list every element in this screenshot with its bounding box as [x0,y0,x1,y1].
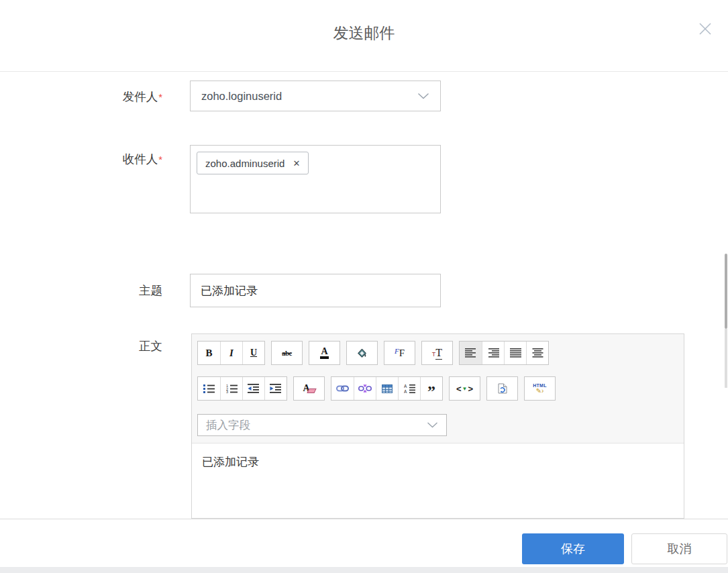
required-asterisk: * [158,154,162,165]
indent-icon [270,384,282,393]
bold-icon: B [205,348,212,359]
save-button[interactable]: 保存 [522,533,624,564]
align-left-button[interactable] [460,342,482,364]
sender-select[interactable]: zoho.loginuserid [190,81,441,111]
sender-select-value: zoho.loginuserid [201,90,417,103]
dialog-footer: 保存 取消 [0,519,728,567]
bold-button[interactable]: B [198,342,220,364]
edit-html-button[interactable]: HTML✎› [525,377,555,400]
paint-bucket-icon [357,348,367,358]
svg-text:A: A [404,384,407,388]
unlink-icon [358,384,372,393]
html-edit-icon: HTML✎› [533,383,547,395]
insert-field-dropdown[interactable]: 插入字段 [197,414,447,436]
link-icon [336,385,349,392]
send-email-dialog: 发送邮件 发件人* zoho.loginuserid 收件人* zoho.adm… [0,0,728,573]
font-color-button[interactable]: A [309,342,340,364]
font-size-button[interactable]: TT [422,342,452,364]
sender-row: 发件人* zoho.loginuserid [0,81,441,111]
strikethrough-button[interactable]: abc [272,342,302,364]
chevron-down-icon [427,422,438,428]
insert-field-placeholder: 插入字段 [206,418,427,433]
align-right-icon [488,348,499,358]
italic-button[interactable]: I [220,342,242,364]
justify-button[interactable] [504,342,526,364]
outdent-button[interactable] [242,377,264,400]
svg-text:A: A [404,389,407,393]
rich-text-editor: B I U abc A [191,333,684,519]
chip-remove-icon[interactable]: ✕ [293,158,300,168]
bullet-list-button[interactable] [198,377,220,400]
align-left-icon [465,348,476,358]
close-icon [698,22,713,36]
recipient-row: 收件人* zoho.adminuserid ✕ [0,145,441,213]
scrollbar-thumb[interactable] [725,254,727,329]
view-source-button[interactable] [487,377,517,400]
subject-input[interactable] [190,274,441,307]
blockquote-button[interactable]: ” [420,377,442,400]
recipient-input-area[interactable]: zoho.adminuserid ✕ [190,145,441,213]
remove-link-button[interactable] [354,377,376,400]
numbered-list-icon: 123 [226,384,238,393]
clear-format-button[interactable]: A [294,377,324,400]
underline-button[interactable]: U [242,342,264,364]
justify-icon [510,348,521,358]
align-center-button[interactable] [526,342,548,364]
required-asterisk: * [158,91,162,103]
outdent-icon [248,384,260,393]
dialog-header: 发送邮件 [0,0,728,72]
align-center-icon [532,348,543,358]
underline-icon: U [250,348,257,358]
table-icon [382,384,393,393]
numbered-list-button[interactable]: 123 [220,377,242,400]
dialog-title: 发送邮件 [0,0,728,44]
toolbar-row-1: B I U abc A [197,341,684,365]
subject-row: 主题 [0,274,441,307]
chevron-down-icon [417,93,429,99]
recipient-chip-label: zoho.adminuserid [205,158,284,169]
subject-label: 主题 [0,274,162,307]
font-family-icon: F [395,347,399,355]
indent-button[interactable] [264,377,287,400]
sender-label: 发件人* [0,81,162,111]
page-background-strip [0,567,728,573]
line-spacing-button[interactable]: AA [398,377,420,400]
recipient-label: 收件人* [0,145,162,213]
font-family-button[interactable]: FF [384,342,415,364]
italic-icon: I [229,348,233,359]
align-right-button[interactable] [482,342,504,364]
insert-link-button[interactable] [331,377,354,400]
font-size-icon: T [432,351,436,358]
insert-embed-button[interactable]: <▼> [450,377,480,400]
svg-text:3: 3 [226,390,228,393]
background-color-button[interactable] [347,342,377,364]
line-spacing-icon: AA [404,384,415,393]
email-body-content[interactable]: 已添加记录 [192,443,684,518]
bullet-list-icon [203,384,215,393]
body-label: 正文 [0,333,162,519]
embed-icon: <▼> [456,384,473,394]
body-row: 正文 B I U abc A [0,333,684,519]
insert-table-button[interactable] [376,377,398,400]
cancel-button[interactable]: 取消 [631,533,727,564]
scrollbar-track [725,329,727,388]
format-eraser-icon: A [303,383,315,394]
toolbar-row-2: 123 A [197,376,684,401]
recipient-chip: zoho.adminuserid ✕ [197,152,309,174]
strikethrough-icon: abc [282,349,292,357]
source-document-icon [498,383,507,394]
font-color-icon: A [320,347,328,359]
blockquote-icon: ” [427,388,435,395]
close-button[interactable] [698,21,713,36]
